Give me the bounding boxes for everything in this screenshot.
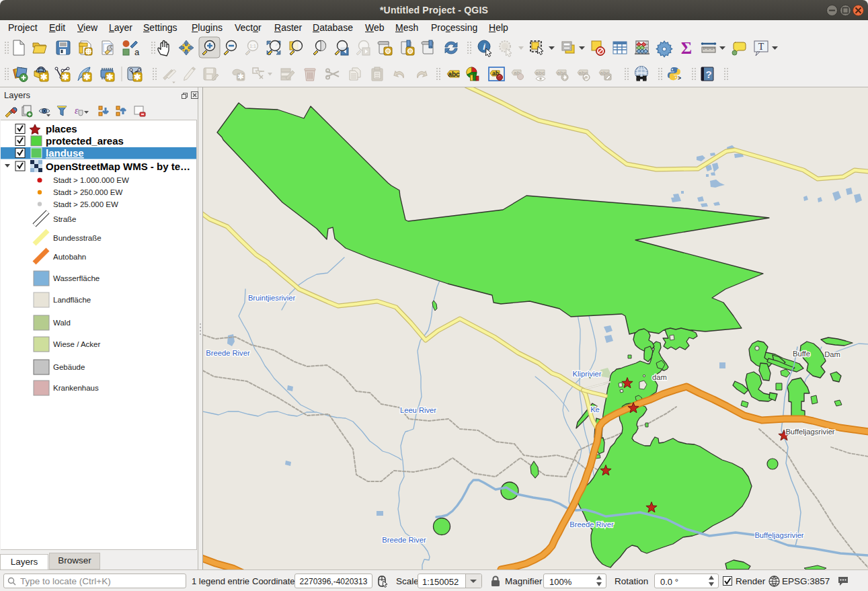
svg-text:protected_areas: protected_areas — [46, 135, 124, 147]
svg-text:Breede River: Breede River — [206, 349, 250, 357]
svg-text:Buffe: Buffe — [793, 350, 810, 358]
svg-text:Krankenhaus: Krankenhaus — [53, 384, 99, 392]
svg-text:Wiese / Acker: Wiese / Acker — [53, 340, 100, 348]
svg-text:Kliprivier: Kliprivier — [573, 370, 602, 378]
svg-text:Straße: Straße — [53, 215, 77, 223]
svg-text:Σ: Σ — [681, 39, 692, 57]
svg-text:Ke: Ke — [590, 405, 600, 413]
svg-text:✱: ✱ — [62, 72, 69, 82]
svg-text:Breede River: Breede River — [382, 536, 426, 544]
svg-text:landuse: landuse — [46, 147, 84, 159]
svg-text:T: T — [758, 42, 764, 52]
svg-text:Gebäude: Gebäude — [53, 363, 85, 371]
svg-text:✱: ✱ — [134, 72, 141, 82]
svg-text:>: > — [678, 75, 681, 81]
svg-text:abc: abc — [448, 71, 460, 78]
svg-text:?: ? — [705, 69, 711, 80]
svg-text:Wasserfläche: Wasserfläche — [53, 274, 100, 282]
svg-text:Stadt > 1.000.000 EW: Stadt > 1.000.000 EW — [53, 176, 129, 184]
svg-text:Bundesstraße: Bundesstraße — [53, 234, 102, 242]
svg-text:✱: ✱ — [40, 72, 48, 82]
svg-text:a: a — [134, 47, 140, 57]
svg-text:✱: ✱ — [237, 72, 244, 81]
svg-text:i: i — [483, 42, 485, 52]
svg-text:Buffeljagsrivier: Buffeljagsrivier — [754, 531, 803, 539]
svg-text:Dam: Dam — [824, 350, 840, 358]
svg-text:Breede River: Breede River — [569, 520, 614, 528]
svg-text:Landfläche: Landfläche — [53, 296, 91, 304]
svg-text:Leeu River: Leeu River — [400, 406, 436, 414]
svg-text:Bruintjiesrivier: Bruintjiesrivier — [248, 294, 296, 302]
svg-text:Wald: Wald — [53, 319, 71, 327]
svg-text:✱: ✱ — [83, 72, 91, 82]
svg-text:abc: abc — [536, 70, 545, 76]
svg-text:1:1: 1:1 — [249, 44, 256, 48]
svg-text:dam: dam — [652, 373, 667, 381]
svg-text:Stadt > 25.000 EW: Stadt > 25.000 EW — [53, 200, 118, 208]
svg-text:Autobahn: Autobahn — [53, 253, 86, 261]
svg-text:OpenStreetMap WMS - by te…: OpenStreetMap WMS - by te… — [46, 161, 190, 172]
svg-text:Stadt > 250.000 EW: Stadt > 250.000 EW — [53, 188, 122, 196]
svg-text:✱: ✱ — [106, 72, 114, 82]
svg-text:places: places — [46, 123, 77, 134]
svg-text:ε: ε — [75, 106, 79, 116]
svg-text:Buffeljagsrivier: Buffeljagsrivier — [785, 428, 834, 436]
